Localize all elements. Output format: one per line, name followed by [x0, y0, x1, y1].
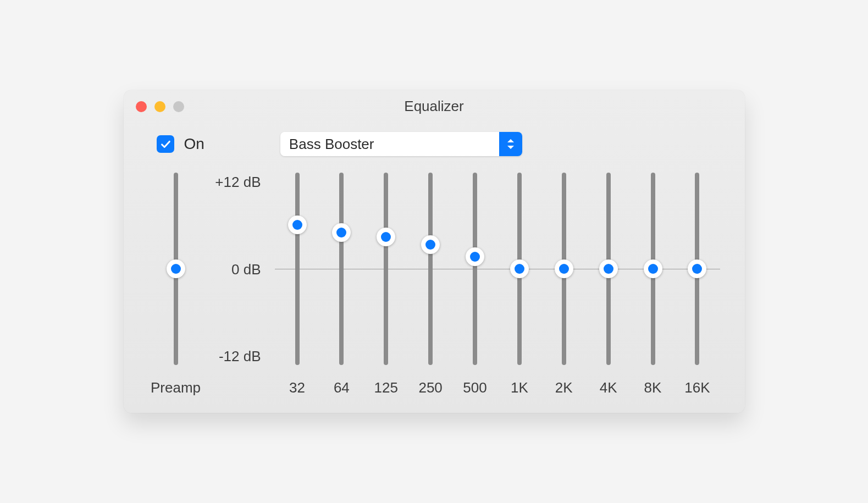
band-column-8K: 8K	[633, 173, 673, 396]
band-slider-125[interactable]	[384, 173, 388, 365]
band-column-2K: 2K	[544, 173, 584, 396]
band-slider-thumb-4K[interactable]	[599, 259, 618, 278]
window-title: Equalizer	[404, 98, 463, 115]
band-column-4K: 4K	[589, 173, 628, 396]
chevron-up-icon	[507, 138, 515, 143]
preamp-slider-thumb[interactable]	[167, 259, 185, 278]
equalizer-window: Equalizer On Bass Booster Preamp +12 dB …	[124, 90, 745, 413]
band-column-64: 64	[322, 173, 361, 396]
band-label-32: 32	[289, 379, 305, 396]
preamp-slider[interactable]	[174, 173, 178, 365]
band-slider-thumb-32[interactable]	[288, 215, 307, 234]
band-label-8K: 8K	[644, 379, 662, 396]
band-slider-thumb-250[interactable]	[421, 235, 440, 254]
chevron-down-icon	[507, 145, 515, 150]
titlebar: Equalizer	[124, 90, 745, 122]
controls-row: On Bass Booster	[124, 122, 745, 173]
band-column-250: 250	[411, 173, 450, 396]
check-icon	[159, 138, 172, 150]
band-slider-64[interactable]	[339, 173, 344, 365]
preset-value: Bass Booster	[280, 132, 499, 156]
band-slider-thumb-2K[interactable]	[555, 259, 573, 278]
band-slider-4K[interactable]	[606, 173, 611, 365]
preset-select[interactable]: Bass Booster	[280, 132, 522, 156]
band-label-125: 125	[374, 379, 398, 396]
minimize-button[interactable]	[154, 101, 165, 112]
preset-stepper[interactable]	[499, 132, 522, 156]
band-slider-thumb-500[interactable]	[466, 247, 484, 266]
band-slider-500[interactable]	[473, 173, 477, 365]
window-controls	[136, 101, 184, 112]
band-label-250: 250	[418, 379, 442, 396]
band-label-64: 64	[334, 379, 350, 396]
preamp-label: Preamp	[151, 379, 201, 396]
band-slider-2K[interactable]	[562, 173, 566, 365]
band-column-16K: 16K	[677, 173, 717, 396]
band-slider-1K[interactable]	[517, 173, 522, 365]
band-slider-8K[interactable]	[651, 173, 655, 365]
close-button[interactable]	[136, 101, 147, 112]
scale-min: -12 dB	[206, 348, 261, 365]
band-label-1K: 1K	[511, 379, 528, 396]
band-column-500: 500	[455, 173, 495, 396]
preamp-column: Preamp	[151, 173, 201, 396]
band-label-16K: 16K	[684, 379, 710, 396]
band-column-125: 125	[366, 173, 406, 396]
band-column-1K: 1K	[500, 173, 539, 396]
db-scale: +12 dB 0 dB -12 dB	[206, 173, 261, 365]
on-checkbox[interactable]	[157, 135, 174, 153]
on-label: On	[184, 135, 204, 153]
band-slider-thumb-8K[interactable]	[644, 259, 662, 278]
band-slider-thumb-1K[interactable]	[510, 259, 529, 278]
maximize-button[interactable]	[173, 101, 184, 112]
equalizer-body: Preamp +12 dB 0 dB -12 dB 32641252505001…	[124, 173, 745, 396]
scale-zero: 0 dB	[206, 261, 261, 278]
band-column-32: 32	[278, 173, 317, 396]
band-slider-32[interactable]	[295, 173, 300, 365]
band-label-2K: 2K	[555, 379, 573, 396]
scale-max: +12 dB	[206, 174, 261, 191]
band-slider-16K[interactable]	[695, 173, 699, 365]
band-slider-thumb-64[interactable]	[332, 223, 351, 242]
band-slider-250[interactable]	[428, 173, 433, 365]
eq-bands: 32641252505001K2K4K8K16K	[278, 173, 717, 396]
band-slider-thumb-16K[interactable]	[688, 259, 706, 278]
band-label-4K: 4K	[600, 379, 617, 396]
band-label-500: 500	[463, 379, 486, 396]
band-slider-thumb-125[interactable]	[377, 228, 395, 246]
